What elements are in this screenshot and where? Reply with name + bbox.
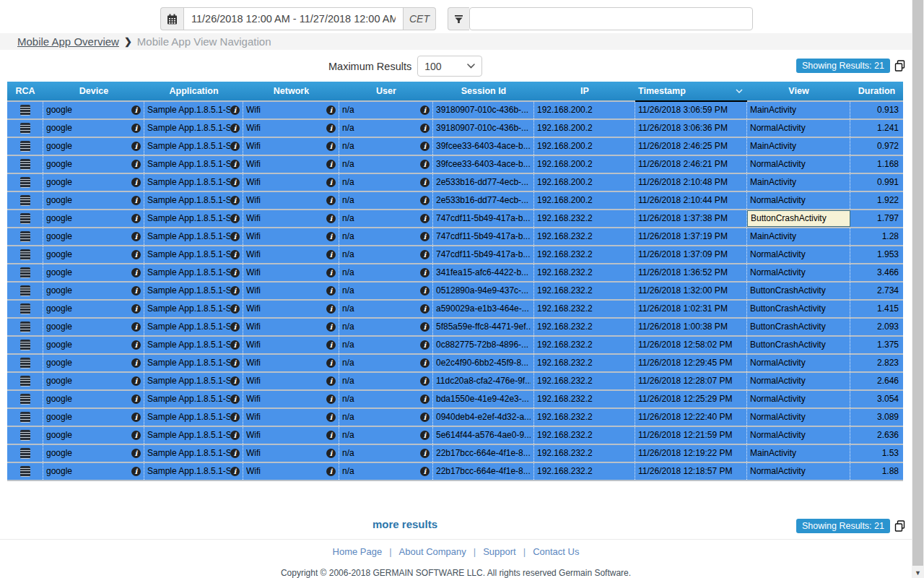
- info-icon[interactable]: i: [131, 376, 141, 386]
- info-icon[interactable]: i: [230, 358, 240, 368]
- table-row[interactable]: google i Sample App.1.8.5.1-SN i Wifi i …: [7, 138, 903, 156]
- rca-list-icon[interactable]: [20, 285, 30, 296]
- column-header-device[interactable]: Device: [43, 82, 144, 100]
- rca-list-icon[interactable]: [20, 213, 30, 224]
- table-row[interactable]: google i Sample App.1.8.5.1-SN i Wifi i …: [7, 210, 903, 228]
- calendar-button[interactable]: [160, 7, 183, 30]
- info-icon[interactable]: i: [230, 449, 240, 458]
- view-cell[interactable]: ButtonCrashActivity: [747, 337, 850, 353]
- info-icon[interactable]: i: [230, 105, 240, 115]
- info-icon[interactable]: i: [420, 142, 430, 151]
- vertical-scrollbar[interactable]: ▼: [912, 0, 924, 578]
- view-cell[interactable]: MainActivity: [747, 138, 850, 155]
- table-row[interactable]: google i Sample App.1.8.5.1-SN i Wifi i …: [7, 427, 903, 445]
- rca-list-icon[interactable]: [20, 303, 30, 314]
- info-icon[interactable]: i: [131, 214, 141, 223]
- info-icon[interactable]: i: [230, 431, 240, 440]
- info-icon[interactable]: i: [326, 431, 336, 440]
- info-icon[interactable]: i: [326, 286, 336, 296]
- column-header-application[interactable]: Application: [144, 82, 243, 100]
- info-icon[interactable]: i: [230, 250, 240, 259]
- rca-list-icon[interactable]: [20, 376, 30, 387]
- table-row[interactable]: google i Sample App.1.8.5.1-SN i Wifi i …: [7, 391, 903, 409]
- view-cell[interactable]: NormalActivity: [747, 355, 850, 371]
- info-icon[interactable]: i: [230, 268, 240, 277]
- info-icon[interactable]: i: [131, 449, 141, 458]
- info-icon[interactable]: i: [326, 250, 336, 259]
- info-icon[interactable]: i: [420, 322, 430, 332]
- column-header-user[interactable]: User: [339, 82, 433, 100]
- info-icon[interactable]: i: [326, 142, 336, 151]
- table-row[interactable]: google i Sample App.1.8.5.1-SN i Wifi i …: [7, 355, 903, 373]
- info-icon[interactable]: i: [230, 214, 240, 223]
- breadcrumb-link-overview[interactable]: Mobile App Overview: [17, 35, 119, 48]
- info-icon[interactable]: i: [420, 178, 430, 187]
- info-icon[interactable]: i: [230, 232, 240, 241]
- scroll-down-arrow-icon[interactable]: ▼: [912, 569, 924, 577]
- max-results-select[interactable]: 100: [417, 56, 482, 77]
- view-cell[interactable]: NormalActivity: [747, 264, 850, 281]
- table-row[interactable]: google i Sample App.1.8.5.1-SN i Wifi i …: [7, 120, 903, 138]
- info-icon[interactable]: i: [420, 376, 430, 386]
- rca-list-icon[interactable]: [20, 412, 30, 423]
- table-row[interactable]: google i Sample App.1.8.5.1-SN i Wifi i …: [7, 282, 903, 301]
- info-icon[interactable]: i: [230, 142, 240, 151]
- info-icon[interactable]: i: [131, 105, 141, 115]
- info-icon[interactable]: i: [131, 232, 141, 241]
- info-icon[interactable]: i: [230, 304, 240, 314]
- filter-input[interactable]: [469, 7, 753, 30]
- info-icon[interactable]: i: [131, 467, 141, 476]
- info-icon[interactable]: i: [230, 178, 240, 187]
- table-row[interactable]: google i Sample App.1.8.5.1-SN i Wifi i …: [7, 156, 903, 174]
- table-row[interactable]: google i Sample App.1.8.5.1-SN i Wifi i …: [7, 301, 903, 319]
- view-cell[interactable]: MainActivity: [747, 174, 850, 191]
- view-cell[interactable]: NormalActivity: [747, 427, 850, 444]
- view-cell[interactable]: NormalActivity: [747, 463, 850, 480]
- rca-list-icon[interactable]: [20, 267, 30, 278]
- rca-list-icon[interactable]: [20, 358, 30, 368]
- info-icon[interactable]: i: [131, 304, 141, 314]
- view-cell[interactable]: MainActivity: [747, 445, 850, 462]
- view-cell[interactable]: NormalActivity: [747, 409, 850, 426]
- column-header-timestamp[interactable]: Timestamp: [635, 82, 747, 100]
- rca-list-icon[interactable]: [20, 105, 30, 116]
- info-icon[interactable]: i: [326, 467, 336, 476]
- column-header-rca[interactable]: RCA: [7, 82, 43, 100]
- info-icon[interactable]: i: [420, 467, 430, 476]
- info-icon[interactable]: i: [131, 394, 141, 404]
- table-row[interactable]: google i Sample App.1.8.5.1-SN i Wifi i …: [7, 174, 903, 192]
- view-cell[interactable]: NormalActivity: [747, 156, 850, 173]
- info-icon[interactable]: i: [326, 196, 336, 205]
- view-cell[interactable]: NormalActivity: [747, 391, 850, 407]
- info-icon[interactable]: i: [131, 160, 141, 169]
- rca-list-icon[interactable]: [20, 466, 30, 477]
- table-row[interactable]: google i Sample App.1.8.5.1-SN i Wifi i …: [7, 319, 903, 337]
- filter-button[interactable]: [448, 7, 469, 30]
- info-icon[interactable]: i: [326, 160, 336, 169]
- info-icon[interactable]: i: [131, 286, 141, 296]
- info-icon[interactable]: i: [326, 105, 336, 115]
- info-icon[interactable]: i: [326, 358, 336, 368]
- view-cell[interactable]: ButtonCrashActivity: [747, 210, 850, 227]
- info-icon[interactable]: i: [326, 376, 336, 386]
- copy-icon[interactable]: [894, 60, 905, 72]
- info-icon[interactable]: i: [230, 394, 240, 404]
- info-icon[interactable]: i: [326, 449, 336, 458]
- table-row[interactable]: google i Sample App.1.8.5.1-SN i Wifi i …: [7, 337, 903, 355]
- table-row[interactable]: google i Sample App.1.8.5.1-SN i Wifi i …: [7, 228, 903, 246]
- view-cell[interactable]: NormalActivity: [747, 246, 850, 263]
- footer-link-home[interactable]: Home Page: [333, 546, 383, 557]
- info-icon[interactable]: i: [131, 142, 141, 151]
- table-row[interactable]: google i Sample App.1.8.5.1-SN i Wifi i …: [7, 246, 903, 264]
- info-icon[interactable]: i: [420, 413, 430, 422]
- rca-list-icon[interactable]: [20, 430, 30, 441]
- info-icon[interactable]: i: [230, 340, 240, 350]
- column-header-ip[interactable]: IP: [534, 82, 635, 100]
- scrollbar-thumb[interactable]: [912, 0, 923, 566]
- rca-list-icon[interactable]: [20, 340, 30, 350]
- rca-list-icon[interactable]: [20, 123, 30, 134]
- info-icon[interactable]: i: [420, 105, 430, 115]
- info-icon[interactable]: i: [326, 322, 336, 332]
- info-icon[interactable]: i: [420, 449, 430, 458]
- info-icon[interactable]: i: [326, 413, 336, 422]
